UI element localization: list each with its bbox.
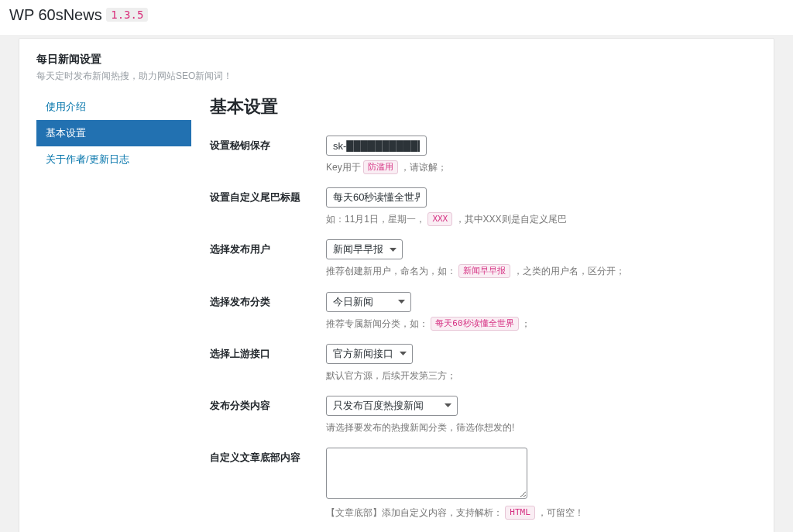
row-publish-type: 发布分类内容 只发布百度热搜新闻 请选择要发布的热搜新闻分类，筛选你想发的! [210, 388, 757, 440]
nav-item-usage[interactable]: 使用介绍 [36, 94, 191, 120]
row-publish-category: 选择发布分类 今日新闻 推荐专属新闻分类，如： 每天60秒读懂全世界 ； [210, 284, 757, 336]
label-publish-category: 选择发布分类 [210, 292, 326, 309]
select-publish-user[interactable]: 新闻早早报 [326, 239, 403, 259]
helper-footer-content: 【文章底部】添加自定义内容，支持解析： HTML ，可留空！ [326, 506, 757, 520]
label-publish-user: 选择发布用户 [210, 239, 326, 256]
section-heading: 基本设置 [210, 95, 757, 118]
panel-header: 每日新闻设置 每天定时发布新闻热搜，助力网站SEO新闻词！ [36, 53, 757, 83]
chip-user-example: 新闻早早报 [458, 264, 510, 278]
chip-anti-abuse: 防滥用 [363, 160, 398, 174]
panel-subtitle: 每天定时发布新闻热搜，助力网站SEO新闻词！ [36, 70, 757, 83]
input-secret-key[interactable] [326, 136, 427, 156]
select-upstream-api[interactable]: 官方新闻接口 [326, 344, 413, 364]
helper-publish-type: 请选择要发布的热搜新闻分类，筛选你想发的! [326, 420, 757, 435]
row-upstream-api: 选择上游接口 官方新闻接口 默认官方源，后续开发第三方； [210, 336, 757, 388]
chip-category-example: 每天60秒读懂全世界 [431, 317, 518, 331]
row-tail-title: 设置自定义尾巴标题 如：11月1日，星期一， XXX ，其中XXX则是自定义尾巴 [210, 180, 757, 232]
helper-upstream-api: 默认官方源，后续开发第三方； [326, 369, 757, 383]
helper-secret-key: Key用于 防滥用 ，请谅解； [326, 160, 757, 175]
helper-publish-category: 推荐专属新闻分类，如： 每天60秒读懂全世界 ； [326, 317, 757, 331]
helper-tail-title: 如：11月1日，星期一， XXX ，其中XXX则是自定义尾巴 [326, 212, 757, 227]
chip-html: HTML [505, 506, 535, 520]
label-footer-content: 自定义文章底部内容 [210, 448, 326, 465]
chip-xxx: XXX [427, 212, 452, 226]
page-title-bar: WP 60sNews 1.3.5 [0, 0, 793, 29]
select-publish-type[interactable]: 只发布百度热搜新闻 [326, 396, 458, 416]
textarea-footer-content[interactable] [326, 448, 527, 499]
row-image-style: 设置新闻图风格 新版新闻图 以下是模拟生成的风格样式： [210, 525, 757, 532]
nav-item-about[interactable]: 关于作者/更新日志 [36, 146, 191, 173]
version-badge: 1.3.5 [106, 8, 148, 22]
row-footer-content: 自定义文章底部内容 【文章底部】添加自定义内容，支持解析： HTML ，可留空！ [210, 440, 757, 525]
label-secret-key: 设置秘钥保存 [210, 136, 326, 153]
panel-title: 每日新闻设置 [36, 53, 757, 67]
input-tail-title[interactable] [326, 187, 427, 208]
helper-publish-user: 推荐创建新用户，命名为，如： 新闻早早报 ，之类的用户名，区分开； [326, 264, 757, 279]
row-publish-user: 选择发布用户 新闻早早报 推荐创建新用户，命名为，如： 新闻早早报 ，之类的用户… [210, 232, 757, 283]
nav-item-basic-settings[interactable]: 基本设置 [36, 120, 191, 146]
row-secret-key: 设置秘钥保存 Key用于 防滥用 ，请谅解； [210, 128, 757, 180]
label-tail-title: 设置自定义尾巴标题 [210, 187, 326, 204]
label-publish-type: 发布分类内容 [210, 396, 326, 413]
label-upstream-api: 选择上游接口 [210, 344, 326, 361]
page-title: WP 60sNews [9, 6, 102, 23]
select-publish-category[interactable]: 今日新闻 [326, 292, 411, 312]
settings-nav: 使用介绍 基本设置 关于作者/更新日志 [36, 94, 191, 532]
settings-panel: 每日新闻设置 每天定时发布新闻热搜，助力网站SEO新闻词！ 使用介绍 基本设置 … [19, 38, 774, 532]
